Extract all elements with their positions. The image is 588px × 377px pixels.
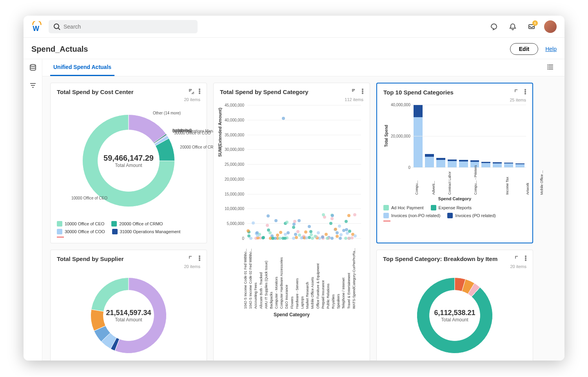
data-point[interactable] — [296, 230, 299, 233]
data-point[interactable] — [322, 213, 325, 216]
expand-icon[interactable] — [189, 89, 194, 96]
data-point[interactable] — [267, 228, 270, 232]
legend-item[interactable]: Expense Reports — [431, 205, 472, 210]
y-tick: 0 — [221, 236, 244, 241]
bar[interactable] — [504, 163, 513, 167]
data-point[interactable] — [309, 230, 312, 233]
data-point[interactable] — [330, 217, 334, 220]
data-point[interactable] — [348, 230, 351, 233]
more-icon[interactable] — [525, 256, 526, 263]
bar[interactable] — [448, 160, 457, 167]
data-point[interactable] — [345, 220, 348, 223]
items-count: 25 items — [383, 98, 526, 102]
legend-swatch — [57, 221, 62, 227]
expand-icon[interactable] — [189, 256, 194, 263]
donut-chart[interactable]: 6,112,538.21 Total Amount — [410, 270, 500, 361]
data-point[interactable] — [285, 221, 289, 224]
messages-icon[interactable] — [488, 20, 500, 33]
page-header: Spend_Actuals Edit Help — [24, 38, 564, 59]
card-title: Total Spend by Supplier — [57, 256, 189, 262]
legend-item[interactable]: 31000 Operations Management — [112, 229, 181, 234]
data-point[interactable] — [247, 229, 250, 232]
donut-chart[interactable]: 59,466,147.29 Total Amount 10000 Office … — [74, 106, 183, 216]
expand-icon[interactable] — [515, 256, 520, 263]
legend-label: 30000 Office of COO — [65, 229, 105, 234]
bar[interactable] — [436, 158, 445, 167]
expand-icon[interactable] — [514, 89, 520, 96]
data-point[interactable] — [342, 229, 345, 232]
data-point[interactable] — [274, 219, 278, 222]
data-point[interactable] — [353, 213, 356, 216]
card-top-10-spend-categories[interactable]: Top 10 Spend Categories 25 items Total S… — [376, 83, 533, 243]
y-tick: 20,000,000 — [389, 134, 410, 138]
data-point[interactable] — [314, 235, 317, 238]
svg-point-28 — [525, 260, 526, 261]
notifications-icon[interactable] — [506, 20, 519, 33]
data-point[interactable] — [269, 231, 272, 234]
search-box[interactable] — [49, 20, 198, 33]
card-total-spend-cost-center: Total Spend by Cost Center 20 items 59,4… — [50, 83, 207, 243]
more-icon[interactable] — [362, 89, 363, 96]
x-tick: Royalties — [331, 294, 335, 309]
edit-button[interactable]: Edit — [510, 43, 538, 55]
expand-icon[interactable] — [352, 89, 357, 96]
data-point[interactable] — [292, 226, 295, 229]
x-axis-labels: 1042-S Income Code 01 Fed Withho...1042-… — [247, 238, 363, 309]
svg-point-4 — [30, 65, 36, 67]
legend-item[interactable]: 10000 Office of CEO — [57, 221, 104, 227]
data-point[interactable] — [308, 225, 311, 228]
filter-icon[interactable] — [29, 82, 36, 91]
x-tick: Backpacks — [269, 292, 273, 309]
data-point[interactable] — [287, 231, 290, 234]
user-avatar[interactable] — [544, 20, 557, 33]
data-point[interactable] — [329, 222, 332, 225]
data-point[interactable] — [282, 117, 285, 120]
search-input[interactable] — [64, 24, 193, 30]
data-point[interactable] — [354, 234, 357, 237]
workday-logo[interactable]: W — [31, 21, 42, 32]
data-point[interactable] — [317, 231, 320, 234]
help-link[interactable]: Help — [545, 46, 557, 52]
legend-item[interactable]: 20000 Office of CRMO — [111, 221, 163, 227]
bar-chart[interactable]: Total Spend 020,000,00040,000,000 — [383, 105, 526, 167]
data-source-icon[interactable] — [29, 64, 36, 72]
legend-swatch — [57, 229, 62, 234]
svg-point-25 — [199, 260, 200, 261]
donut-chart[interactable]: 21,514,597.34 Total Amount — [83, 270, 174, 361]
data-point[interactable] — [347, 214, 350, 217]
x-tick: Hardware - Servers — [295, 278, 299, 309]
data-point[interactable] — [298, 219, 301, 222]
data-point[interactable] — [279, 231, 282, 234]
legend-label: Invoices (non-PO related) — [391, 213, 440, 218]
data-point[interactable] — [325, 233, 328, 236]
data-point[interactable] — [304, 230, 307, 234]
data-point[interactable] — [293, 220, 296, 223]
view-list-icon[interactable] — [545, 61, 557, 74]
tab-unified-spend-actuals[interactable]: Unified Spend Actuals — [50, 59, 114, 76]
bar[interactable] — [459, 160, 468, 167]
legend-item[interactable]: 30000 Office of COO — [57, 229, 105, 234]
more-icon[interactable] — [199, 256, 200, 263]
legend-item[interactable]: Invoices (non-PO related) — [383, 213, 440, 218]
data-point[interactable] — [310, 233, 313, 236]
inbox-icon[interactable]: 6 — [525, 20, 538, 33]
data-point[interactable] — [256, 234, 259, 237]
data-point[interactable] — [339, 233, 343, 236]
legend-label: Invoices (PO related) — [455, 213, 495, 218]
data-point[interactable] — [266, 224, 269, 227]
data-point[interactable] — [294, 233, 297, 236]
bar[interactable] — [425, 154, 434, 167]
scatter-chart[interactable]: SUM(Extended Amount) 05,000,00010,000,00… — [220, 105, 361, 238]
data-point[interactable] — [336, 231, 339, 234]
legend-item[interactable]: Ad Hoc Payment — [383, 205, 424, 210]
data-point[interactable] — [252, 221, 255, 225]
bar[interactable] — [515, 163, 524, 167]
data-point[interactable] — [331, 214, 334, 217]
data-point[interactable] — [334, 228, 337, 231]
data-point[interactable] — [338, 225, 341, 228]
more-icon[interactable] — [524, 89, 526, 96]
more-icon[interactable] — [199, 89, 200, 96]
data-point[interactable] — [336, 235, 339, 238]
legend-item[interactable]: Invoices (PO related) — [447, 213, 495, 218]
data-point[interactable] — [267, 214, 270, 218]
